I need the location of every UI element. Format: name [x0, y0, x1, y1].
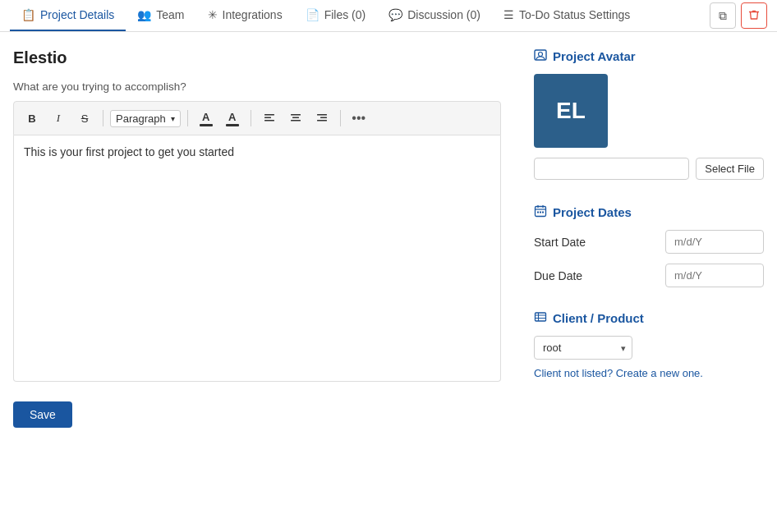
client-section-title: Client / Product [534, 310, 764, 326]
todo-status-icon: ☰ [503, 8, 514, 21]
toolbar-divider-4 [340, 110, 341, 126]
paragraph-select[interactable]: Paragraph ▾ [110, 110, 181, 127]
tab-files[interactable]: 📄 Files (0) [294, 0, 378, 31]
align-right-button[interactable] [310, 107, 333, 130]
start-date-label: Start Date [534, 236, 586, 249]
client-select[interactable]: root [534, 336, 632, 360]
svg-rect-0 [264, 114, 274, 116]
more-icon: ••• [352, 111, 366, 126]
svg-rect-7 [320, 117, 327, 119]
align-left-button[interactable] [258, 107, 281, 130]
svg-rect-12 [537, 212, 539, 213]
right-panel: Project Avatar EL Select File Project Da… [534, 48, 764, 379]
strikethrough-button[interactable]: S [73, 107, 96, 130]
copy-icon: ⧉ [719, 9, 727, 23]
font-color-label: A [202, 111, 209, 123]
dates-section-icon [534, 204, 547, 220]
more-button[interactable]: ••• [347, 107, 370, 130]
toolbar-divider-2 [187, 110, 188, 126]
project-title: Elestio [13, 48, 501, 67]
highlight-underline [226, 124, 239, 126]
editor-toolbar: B I S Paragraph ▾ A A [13, 101, 501, 135]
svg-rect-14 [542, 212, 544, 213]
svg-rect-2 [264, 120, 274, 122]
due-date-row: Due Date [534, 264, 764, 287]
italic-button[interactable]: I [47, 107, 70, 130]
svg-rect-15 [536, 313, 546, 321]
start-date-input[interactable] [665, 230, 764, 254]
tabs-actions: ⧉ [710, 2, 767, 29]
dates-section: Project Dates Start Date Due Date [534, 204, 764, 287]
file-upload-row: Select File [534, 158, 764, 180]
svg-rect-13 [540, 212, 541, 213]
select-file-button[interactable]: Select File [696, 158, 764, 180]
tab-todo-status[interactable]: ☰ To-Do Status Settings [492, 0, 641, 31]
toolbar-divider-1 [103, 110, 103, 126]
tab-discussion[interactable]: 💬 Discussion (0) [377, 0, 492, 31]
svg-rect-6 [317, 114, 327, 116]
project-dates-title: Project Dates [534, 204, 764, 220]
client-create-link[interactable]: Client not listed? Create a new one. [534, 367, 703, 379]
delete-button[interactable] [741, 2, 767, 29]
tab-project-details[interactable]: 📋 Project Details [10, 0, 126, 31]
start-date-row: Start Date [534, 230, 764, 254]
svg-rect-3 [291, 114, 301, 116]
toolbar-divider-3 [251, 110, 251, 126]
file-input[interactable] [534, 158, 689, 180]
tab-team[interactable]: 👥 Team [126, 0, 195, 31]
project-avatar: EL [534, 74, 608, 148]
discussion-icon: 💬 [388, 8, 402, 21]
align-center-button[interactable] [284, 107, 307, 130]
svg-point-10 [539, 53, 543, 57]
font-color-button[interactable]: A [195, 107, 218, 130]
editor-prompt: What are you trying to accomplish? [13, 80, 501, 93]
tab-integrations[interactable]: ✳ Integrations [196, 0, 294, 31]
left-panel: Elestio What are you trying to accomplis… [13, 48, 501, 428]
client-section: Client / Product root Client not listed?… [534, 310, 764, 379]
avatar-section-icon [534, 48, 547, 64]
svg-rect-4 [292, 117, 299, 119]
integrations-icon: ✳ [208, 8, 218, 21]
due-date-label: Due Date [534, 269, 582, 282]
copy-button[interactable]: ⧉ [710, 2, 736, 29]
project-details-icon: 📋 [21, 8, 35, 21]
editor-body[interactable]: This is your first project to get you st… [13, 135, 501, 382]
highlight-label: A [228, 111, 236, 123]
save-button[interactable]: Save [13, 401, 72, 428]
due-date-input[interactable] [665, 264, 764, 287]
editor-content: This is your first project to get you st… [24, 145, 234, 158]
client-select-wrapper: root [534, 336, 632, 360]
bold-button[interactable]: B [21, 107, 44, 130]
client-section-icon [534, 310, 547, 326]
svg-rect-5 [291, 120, 301, 122]
svg-rect-1 [264, 117, 271, 119]
main-layout: Elestio What are you trying to accomplis… [0, 32, 777, 444]
highlight-color-button[interactable]: A [221, 107, 244, 130]
files-icon: 📄 [306, 8, 320, 21]
svg-rect-8 [317, 120, 327, 122]
para-chevron-icon: ▾ [171, 114, 175, 123]
tabs-bar: 📋 Project Details 👥 Team ✳ Integrations … [0, 0, 777, 32]
team-icon: 👥 [137, 8, 151, 21]
delete-icon [748, 9, 760, 23]
project-avatar-title: Project Avatar [534, 48, 764, 64]
color-underline [200, 124, 213, 126]
